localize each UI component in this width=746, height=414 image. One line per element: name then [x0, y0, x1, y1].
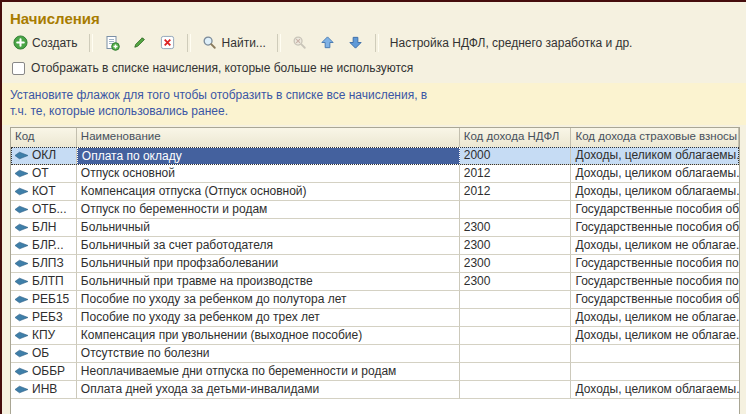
cell-name-text: Пособие по уходу за ребенком до полутора… — [81, 291, 347, 308]
cell-code[interactable]: РЕБ3 — [11, 309, 77, 327]
cell-name-text: Пособие по уходу за ребенком до трех лет — [81, 309, 320, 326]
clear-find-button[interactable] — [288, 33, 312, 53]
cell-insurance-code[interactable]: Доходы, целиком облагаемы... — [571, 165, 739, 183]
cell-code-text: БЛТП — [32, 273, 64, 290]
move-up-button[interactable] — [316, 33, 340, 53]
cell-name[interactable]: Пособие по уходу за ребенком до полутора… — [77, 291, 460, 309]
cell-code[interactable]: БЛТП — [11, 273, 77, 291]
table-row[interactable]: БЛТПБольничный при травме на производств… — [11, 273, 739, 291]
cell-ndfl-code[interactable] — [460, 345, 572, 363]
cell-name[interactable]: Больничный при травме на производстве — [77, 273, 460, 291]
cell-name[interactable]: Больничный за счет работодателя — [77, 237, 460, 255]
cell-insurance-code[interactable]: Доходы, целиком не облагае... — [571, 237, 739, 255]
copy-button[interactable] — [100, 33, 124, 53]
cell-ndfl-code[interactable]: 2000 — [460, 147, 572, 165]
cell-ndfl-code[interactable] — [460, 309, 572, 327]
cell-name[interactable]: Пособие по уходу за ребенком до трех лет — [77, 309, 460, 327]
cell-insurance-code-text: Доходы, целиком облагаемы... — [575, 381, 739, 398]
cell-name[interactable]: Больничный при профзаболевании — [77, 255, 460, 273]
cell-code[interactable]: КОТ — [11, 183, 77, 201]
column-header-insurance-code[interactable]: Код дохода страховые взносы — [571, 128, 739, 147]
table-row[interactable]: ИНВОплата дней ухода за детьми-инвалидам… — [11, 381, 739, 399]
cell-code-text: КОТ — [32, 183, 56, 200]
find-button[interactable]: Найти... — [198, 33, 270, 53]
table-row[interactable]: БЛНБольничный2300Государственные пособия… — [11, 219, 739, 237]
cell-name[interactable]: Оплата по окладу — [77, 147, 460, 165]
column-header-name[interactable]: Наименование — [77, 128, 460, 147]
cell-name[interactable]: Отпуск по беременности и родам — [77, 201, 460, 219]
cell-insurance-code[interactable] — [571, 345, 739, 363]
cell-insurance-code[interactable]: Государственные пособия об... — [571, 291, 739, 309]
cell-insurance-code[interactable]: Государственные пособия об... — [571, 219, 739, 237]
item-icon — [15, 169, 28, 178]
cell-name-text: Отсутствие по болезни — [81, 345, 210, 362]
cell-code[interactable]: БЛПЗ — [11, 255, 77, 273]
table-row[interactable]: КПУКомпенсация при увольнении (выходное … — [11, 327, 739, 345]
table-row[interactable]: РЕБ15Пособие по уходу за ребенком до пол… — [11, 291, 739, 309]
column-header-ndfl-code[interactable]: Код дохода НДФЛ — [460, 128, 572, 147]
table-row[interactable]: КОТКомпенсация отпуска (Отпуск основной)… — [11, 183, 739, 201]
cell-ndfl-code[interactable]: 2012 — [460, 165, 572, 183]
cell-ndfl-code[interactable]: 2300 — [460, 237, 572, 255]
cell-ndfl-code[interactable] — [460, 363, 572, 381]
cell-ndfl-code[interactable] — [460, 381, 572, 399]
cell-name-text: Больничный за счет работодателя — [81, 237, 273, 254]
cell-name[interactable]: Компенсация при увольнении (выходное пос… — [77, 327, 460, 345]
delete-button[interactable] — [156, 33, 180, 53]
column-header-code[interactable]: Код — [11, 128, 77, 147]
cell-ndfl-code[interactable]: 2012 — [460, 183, 572, 201]
table-row[interactable]: ОБОтсутствие по болезни — [11, 345, 739, 363]
cell-name[interactable]: Отпуск основной — [77, 165, 460, 183]
ndfl-settings-label: Настройка НДФЛ, среднего заработка и др. — [390, 36, 633, 50]
cell-ndfl-code[interactable]: 2300 — [460, 255, 572, 273]
item-icon — [15, 205, 28, 214]
cell-ndfl-code[interactable]: 2300 — [460, 273, 572, 291]
cell-ndfl-code[interactable] — [460, 201, 572, 219]
cell-code[interactable]: ОТ — [11, 165, 77, 183]
cell-code[interactable]: ОББР — [11, 363, 77, 381]
cell-code[interactable]: ОКЛ — [11, 147, 77, 165]
cell-insurance-code-text: Доходы, целиком облагаемы... — [575, 165, 739, 182]
table-row[interactable]: БЛПЗБольничный при профзаболевании2300Го… — [11, 255, 739, 273]
create-button[interactable]: Создать — [8, 33, 82, 53]
table-row[interactable]: БЛР...Больничный за счет работодателя230… — [11, 237, 739, 255]
cell-insurance-code[interactable]: Государственные пособия по... — [571, 273, 739, 291]
cell-insurance-code[interactable]: Доходы, целиком облагаемы... — [571, 183, 739, 201]
cell-insurance-code-text: Доходы, целиком не облагае... — [575, 327, 739, 344]
cell-insurance-code[interactable]: Доходы, целиком не облагае... — [571, 327, 739, 345]
cell-name-text: Неоплачиваемые дни отпуска по беременнос… — [81, 363, 397, 380]
item-icon — [15, 367, 28, 376]
cell-insurance-code[interactable] — [571, 363, 739, 381]
cell-name[interactable]: Компенсация отпуска (Отпуск основной) — [77, 183, 460, 201]
cell-insurance-code[interactable]: Доходы, целиком не облагае... — [571, 309, 739, 327]
cell-name[interactable]: Отсутствие по болезни — [77, 345, 460, 363]
show-unused-checkbox-label[interactable]: Отображать в списке начисления, которые … — [31, 61, 413, 75]
cell-code[interactable]: РЕБ15 — [11, 291, 77, 309]
cell-code[interactable]: ОТБ... — [11, 201, 77, 219]
table-row[interactable]: ОТОтпуск основной2012Доходы, целиком обл… — [11, 165, 739, 183]
cell-insurance-code[interactable]: Государственные пособия по... — [571, 255, 739, 273]
cell-ndfl-code[interactable] — [460, 291, 572, 309]
cell-code[interactable]: БЛР... — [11, 237, 77, 255]
cell-name[interactable]: Больничный — [77, 219, 460, 237]
cell-insurance-code[interactable]: Доходы, целиком облагаемы... — [571, 381, 739, 399]
cell-ndfl-code[interactable]: 2300 — [460, 219, 572, 237]
cell-name[interactable]: Неоплачиваемые дни отпуска по беременнос… — [77, 363, 460, 381]
cell-insurance-code[interactable]: Доходы, целиком облагаемы... — [571, 147, 739, 165]
cell-ndfl-code[interactable] — [460, 327, 572, 345]
cell-code[interactable]: ИНВ — [11, 381, 77, 399]
cell-code[interactable]: БЛН — [11, 219, 77, 237]
accruals-table: Код Наименование Код дохода НДФЛ Код дох… — [10, 127, 740, 414]
ndfl-settings-button[interactable]: Настройка НДФЛ, среднего заработка и др. — [386, 34, 637, 52]
table-row[interactable]: РЕБ3Пособие по уходу за ребенком до трех… — [11, 309, 739, 327]
show-unused-checkbox[interactable] — [12, 62, 25, 75]
move-down-button[interactable] — [344, 33, 368, 53]
cell-code[interactable]: КПУ — [11, 327, 77, 345]
table-row[interactable]: ОББРНеоплачиваемые дни отпуска по береме… — [11, 363, 739, 381]
table-row[interactable]: ОКЛОплата по окладу2000Доходы, целиком о… — [11, 147, 739, 165]
table-row[interactable]: ОТБ...Отпуск по беременности и родамГосу… — [11, 201, 739, 219]
cell-insurance-code[interactable]: Государственные пособия об... — [571, 201, 739, 219]
cell-name[interactable]: Оплата дней ухода за детьми-инвалидами — [77, 381, 460, 399]
cell-code[interactable]: ОБ — [11, 345, 77, 363]
edit-button[interactable] — [128, 33, 152, 53]
